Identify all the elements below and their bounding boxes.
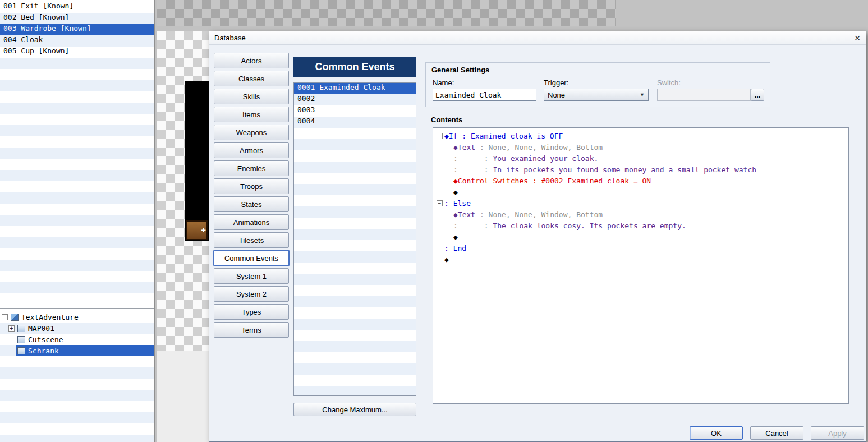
event-list-empty-row[interactable] <box>0 271 154 282</box>
tree-empty-row[interactable] <box>0 367 154 379</box>
event-list-empty-row[interactable] <box>0 69 154 80</box>
tree-item[interactable]: Schrank <box>0 345 154 356</box>
event-list-empty-row[interactable] <box>0 181 154 192</box>
tab-classes[interactable]: Classes <box>214 71 289 86</box>
event-list-empty-row[interactable] <box>0 58 154 69</box>
event-list-empty-row[interactable] <box>0 103 154 114</box>
event-list-item[interactable]: 004 Cloak <box>0 35 154 47</box>
tab-armors[interactable]: Armors <box>214 142 289 158</box>
event-list-empty-row[interactable] <box>0 204 154 215</box>
tab-states[interactable]: States <box>214 196 289 212</box>
event-list-empty-row[interactable] <box>0 125 154 136</box>
event-list-empty-row[interactable] <box>0 282 154 293</box>
event-list-empty-row[interactable] <box>0 80 154 91</box>
event-list-empty-row[interactable] <box>0 114 154 125</box>
tree-item-row[interactable]: MAP001 <box>16 323 154 334</box>
tree-item[interactable]: +MAP001 <box>0 323 154 334</box>
common-event-empty-row[interactable] <box>294 263 416 274</box>
event-list-empty-row[interactable] <box>0 170 154 181</box>
common-event-empty-row[interactable] <box>294 274 416 285</box>
event-command-line[interactable]: −: Else <box>433 197 848 209</box>
common-event-empty-row[interactable] <box>294 352 416 363</box>
common-event-empty-row[interactable] <box>294 307 416 319</box>
tree-empty-row[interactable] <box>0 379 154 390</box>
event-command-line[interactable]: : : You examined your cloak. <box>433 153 848 164</box>
tab-items[interactable]: Items <box>214 107 289 122</box>
event-list-empty-row[interactable] <box>0 248 154 260</box>
change-maximum-button[interactable]: Change Maximum... <box>293 403 416 416</box>
common-event-empty-row[interactable] <box>294 173 416 184</box>
event-list-empty-row[interactable] <box>0 226 154 237</box>
event-list-empty-row[interactable] <box>0 293 154 305</box>
tree-empty-row[interactable] <box>0 435 154 442</box>
common-event-empty-row[interactable] <box>294 341 416 352</box>
switch-browse-button[interactable]: ... <box>751 89 764 101</box>
tree-empty-row[interactable] <box>0 412 154 423</box>
tab-enemies[interactable]: Enemies <box>214 160 289 176</box>
tree-item-row[interactable]: Schrank <box>16 345 154 356</box>
event-list-empty-row[interactable] <box>0 136 154 148</box>
event-command-line[interactable]: ◆ <box>433 254 848 265</box>
minus-expander-icon[interactable]: − <box>2 314 8 320</box>
event-command-line[interactable]: ◆Text : None, None, Window, Bottom <box>433 141 848 153</box>
event-command-line[interactable]: : End <box>433 242 848 254</box>
cancel-button[interactable]: Cancel <box>750 426 803 440</box>
event-list-empty-row[interactable] <box>0 148 154 159</box>
event-list-empty-row[interactable] <box>0 91 154 103</box>
event-commands-list[interactable]: −◆If : Examined cloak is OFF◆Text : None… <box>433 127 849 404</box>
tab-terms[interactable]: Terms <box>214 322 289 338</box>
tab-skills[interactable]: Skills <box>214 89 289 104</box>
dialog-titlebar[interactable]: Database ✕ <box>209 31 866 45</box>
common-event-empty-row[interactable] <box>294 206 416 218</box>
common-event-empty-row[interactable] <box>294 195 416 206</box>
tree-empty-row[interactable] <box>0 401 154 412</box>
tree-empty-row[interactable] <box>0 356 154 367</box>
event-command-line[interactable]: −◆If : Examined cloak is OFF <box>433 130 848 141</box>
wardrobe-sprite[interactable]: + <box>186 220 208 240</box>
common-event-empty-row[interactable] <box>294 128 416 139</box>
tree-item[interactable]: −TextAdventure <box>0 311 154 323</box>
common-event-empty-row[interactable] <box>294 218 416 229</box>
event-name-list[interactable]: 001 Exit [Known]002 Bed [Known]003 Wardr… <box>0 0 154 309</box>
event-list-empty-row[interactable] <box>0 260 154 271</box>
common-event-item[interactable]: 0002 <box>294 94 416 105</box>
plus-expander-icon[interactable]: + <box>8 325 15 332</box>
minus-expander-icon[interactable]: − <box>437 133 443 139</box>
tree-item-row[interactable]: TextAdventure <box>10 311 154 323</box>
trigger-dropdown[interactable]: None ▼ <box>544 89 649 101</box>
common-event-empty-row[interactable] <box>294 386 416 396</box>
event-list-item[interactable]: 003 Wardrobe [Known] <box>0 24 154 35</box>
ok-button[interactable]: OK <box>690 426 743 440</box>
event-command-line[interactable]: ◆ <box>433 186 848 197</box>
event-list-empty-row[interactable] <box>0 215 154 226</box>
event-command-line[interactable]: : : In its pockets you found some money … <box>433 164 848 175</box>
minus-expander-icon[interactable]: − <box>437 200 443 206</box>
event-list-empty-row[interactable] <box>0 192 154 204</box>
common-event-empty-row[interactable] <box>294 229 416 240</box>
common-event-empty-row[interactable] <box>294 319 416 330</box>
event-list-item[interactable]: 002 Bed [Known] <box>0 13 154 24</box>
tab-system-2[interactable]: System 2 <box>214 286 289 302</box>
common-event-empty-row[interactable] <box>294 375 416 386</box>
event-list-empty-row[interactable] <box>0 237 154 248</box>
common-event-empty-row[interactable] <box>294 296 416 307</box>
apply-button[interactable]: Apply <box>811 426 864 440</box>
tab-tilesets[interactable]: Tilesets <box>214 232 289 248</box>
event-list-empty-row[interactable] <box>0 159 154 170</box>
close-icon[interactable]: ✕ <box>852 33 862 43</box>
common-event-item[interactable]: 0004 <box>294 117 416 128</box>
tree-item[interactable]: Cutscene <box>0 334 154 345</box>
tab-weapons[interactable]: Weapons <box>214 125 289 140</box>
common-event-empty-row[interactable] <box>294 330 416 341</box>
name-input[interactable] <box>433 89 536 101</box>
event-command-line[interactable]: ◆Control Switches : #0002 Examined cloak… <box>433 175 848 186</box>
common-event-empty-row[interactable] <box>294 150 416 162</box>
common-event-empty-row[interactable] <box>294 139 416 150</box>
common-event-empty-row[interactable] <box>294 240 416 251</box>
map-tree[interactable]: −TextAdventure+MAP001CutsceneSchrank <box>0 310 154 442</box>
event-list-item[interactable]: 005 Cup [Known] <box>0 47 154 58</box>
tab-common-events[interactable]: Common Events <box>214 250 289 266</box>
event-command-line[interactable]: : : The cloak looks cosy. Its pockets ar… <box>433 220 848 231</box>
tab-types[interactable]: Types <box>214 304 289 320</box>
tree-empty-row[interactable] <box>0 423 154 435</box>
